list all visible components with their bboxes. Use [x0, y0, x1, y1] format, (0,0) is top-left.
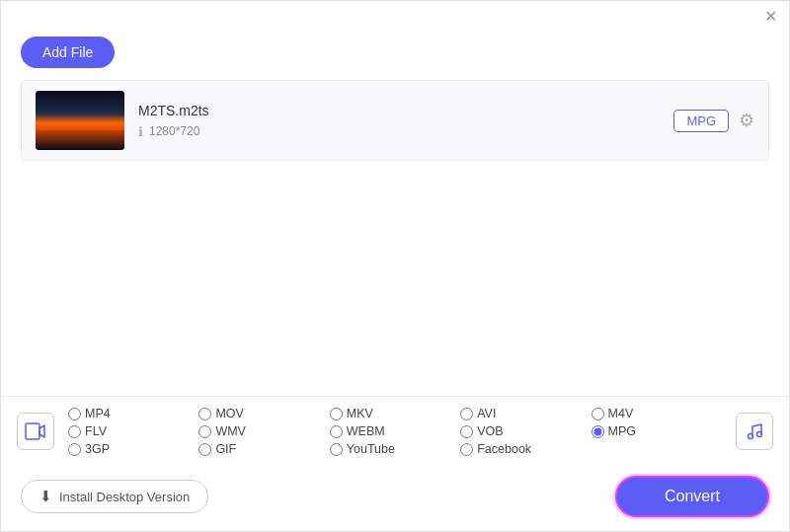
- format-option-wmv[interactable]: WMV: [198, 424, 329, 438]
- info-icon: ℹ: [138, 124, 143, 139]
- format-badge-button[interactable]: MPG: [673, 110, 729, 132]
- formats-grid: MP4 MOV MKV AVI M4V FLV: [68, 407, 722, 456]
- format-option-gif[interactable]: GIF: [198, 442, 329, 456]
- format-option-m4v[interactable]: M4V: [592, 407, 722, 420]
- format-option-avi[interactable]: AVI: [460, 407, 591, 420]
- format-bar: MP4 MOV MKV AVI M4V FLV: [1, 396, 789, 466]
- download-icon: ⬇: [40, 488, 52, 505]
- format-option-mp4[interactable]: MP4: [68, 407, 198, 420]
- file-resolution: 1280*720: [149, 124, 199, 138]
- file-list: M2TS.m2ts ℹ 1280*720 MPG ⚙: [21, 80, 769, 161]
- header: Add File: [1, 29, 789, 80]
- music-format-icon[interactable]: [736, 413, 773, 450]
- format-option-vob[interactable]: VOB: [460, 424, 591, 438]
- svg-rect-0: [26, 423, 40, 439]
- format-option-mov[interactable]: MOV: [198, 407, 329, 420]
- add-file-button[interactable]: Add File: [21, 37, 115, 68]
- content-area: [1, 161, 789, 358]
- svg-point-1: [749, 434, 753, 439]
- file-meta: ℹ 1280*720: [138, 124, 660, 139]
- file-thumbnail: [36, 91, 124, 150]
- file-info: M2TS.m2ts ℹ 1280*720: [138, 103, 660, 139]
- bottom-panel: MP4 MOV MKV AVI M4V FLV: [1, 396, 789, 531]
- convert-button[interactable]: Convert: [615, 476, 769, 517]
- format-option-webm[interactable]: WEBM: [330, 424, 460, 438]
- format-option-facebook[interactable]: Facebook: [460, 442, 591, 456]
- format-option-flv[interactable]: FLV: [68, 424, 198, 438]
- close-button[interactable]: ✕: [764, 9, 777, 25]
- install-label: Install Desktop Version: [59, 490, 190, 504]
- install-desktop-button[interactable]: ⬇ Install Desktop Version: [21, 480, 208, 513]
- title-bar: ✕: [1, 1, 789, 29]
- file-name: M2TS.m2ts: [138, 103, 660, 118]
- settings-icon[interactable]: ⚙: [739, 110, 754, 131]
- format-option-youtube[interactable]: YouTube: [330, 442, 460, 456]
- video-format-icon[interactable]: [17, 413, 54, 450]
- format-option-mpg[interactable]: MPG: [592, 424, 722, 438]
- format-option-3gp[interactable]: 3GP: [68, 442, 198, 456]
- file-actions: MPG ⚙: [673, 110, 754, 132]
- action-bar: ⬇ Install Desktop Version Convert: [1, 466, 789, 531]
- svg-point-2: [757, 432, 762, 437]
- format-option-mkv[interactable]: MKV: [330, 407, 460, 420]
- file-item: M2TS.m2ts ℹ 1280*720 MPG ⚙: [22, 81, 768, 160]
